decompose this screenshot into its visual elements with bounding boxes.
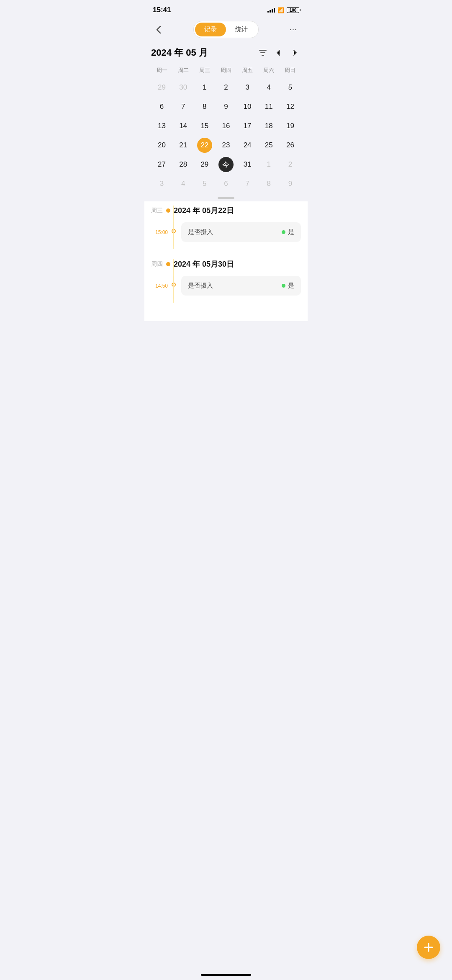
cal-day[interactable]: 9 [215,98,236,116]
cal-day[interactable]: 19 [280,117,301,135]
cal-day[interactable]: 1 [194,78,215,97]
status-dot-green [282,230,285,234]
status-dot-green [282,284,285,288]
cal-day[interactable]: 26 [280,136,301,154]
cal-day[interactable]: 7 [237,175,258,193]
calendar-section: 2024 年 05 月 周一 周二 周三 周四 周五 周六 周日 29 30 1… [144,43,308,201]
timeline-section: 周三 2024 年 05月22日 15:00 是否摄入 是 [144,201,308,321]
dow-sun: 周日 [280,65,301,76]
cal-day[interactable]: 29 [194,155,215,174]
cal-day[interactable]: 12 [280,98,301,116]
cal-day[interactable]: 30 [172,78,194,97]
timeline-day-may30: 周四 2024 年 05月30日 14:50 是否摄入 是 [144,259,308,303]
record-circle [172,283,176,287]
dow-label-may22: 周三 [151,207,164,214]
cal-day[interactable]: 2 [280,155,301,174]
cal-day-today[interactable]: 今 [215,155,236,174]
timeline-day-may22: 周三 2024 年 05月22日 15:00 是否摄入 是 [144,206,308,249]
dow-fri: 周五 [237,65,258,76]
cal-day[interactable]: 5 [194,175,215,193]
record-value-text: 是 [288,228,294,236]
cal-day[interactable]: 21 [172,136,194,154]
record-line-may30 [170,276,178,299]
wifi-icon: 📶 [277,7,284,13]
cal-day[interactable]: 27 [151,155,172,174]
cal-day[interactable]: 6 [151,98,172,116]
cal-day[interactable]: 10 [237,98,258,116]
day-dot-may22 [166,208,170,213]
drag-handle[interactable] [151,193,301,201]
dow-mon: 周一 [151,65,172,76]
cal-day[interactable]: 8 [258,175,280,193]
cal-day[interactable]: 11 [258,98,280,116]
cal-day[interactable]: 8 [194,98,215,116]
cal-day-selected-22[interactable]: 22 [194,136,215,154]
cal-day[interactable]: 7 [172,98,194,116]
cal-day[interactable]: 4 [258,78,280,97]
status-bar: 15:41 📶 100 [144,0,308,18]
record-circle [172,229,176,233]
cal-day[interactable]: 3 [151,175,172,193]
dow-sat: 周六 [258,65,280,76]
record-value-text: 是 [288,282,294,290]
cal-day[interactable]: 2 [215,78,236,97]
days-of-week: 周一 周二 周三 周四 周五 周六 周日 [151,65,301,76]
cal-day[interactable]: 15 [194,117,215,135]
day-date-may22: 2024 年 05月22日 [174,206,234,216]
cal-day[interactable]: 29 [151,78,172,97]
calendar-header: 2024 年 05 月 [151,46,301,59]
tab-switcher: 记录 统计 [193,21,259,38]
cal-day[interactable]: 25 [258,136,280,154]
record-card-may30-0[interactable]: 是否摄入 是 [181,276,301,296]
cal-day[interactable]: 3 [237,78,258,97]
record-value: 是 [282,228,294,236]
cal-day[interactable]: 23 [215,136,236,154]
cal-day[interactable]: 13 [151,117,172,135]
cal-day[interactable]: 20 [151,136,172,154]
calendar-month-title: 2024 年 05 月 [151,46,208,59]
tab-record[interactable]: 记录 [195,23,226,36]
cal-day[interactable]: 24 [237,136,258,154]
cal-day[interactable]: 28 [172,155,194,174]
cal-day[interactable]: 9 [280,175,301,193]
prev-month-button[interactable] [272,47,284,59]
status-icons: 📶 100 [267,7,299,13]
signal-icon [267,8,275,13]
record-card-may22-0[interactable]: 是否摄入 是 [181,222,301,242]
next-month-button[interactable] [289,47,301,59]
cal-day[interactable]: 31 [237,155,258,174]
cal-day[interactable]: 16 [215,117,236,135]
record-line-may22 [170,222,178,246]
dow-wed: 周三 [194,65,215,76]
cal-day[interactable]: 17 [237,117,258,135]
record-label: 是否摄入 [188,282,213,290]
cal-day[interactable]: 6 [215,175,236,193]
cal-day[interactable]: 18 [258,117,280,135]
more-button[interactable]: ··· [286,22,301,37]
back-button[interactable] [151,22,166,37]
battery-icon: 100 [287,7,299,13]
cal-day[interactable]: 4 [172,175,194,193]
dow-thu: 周四 [215,65,236,76]
record-time-may22: 15:00 [151,222,170,236]
dow-tue: 周二 [172,65,194,76]
status-time: 15:41 [153,6,171,14]
top-nav: 记录 统计 ··· [144,18,308,43]
filter-icon[interactable] [258,48,267,57]
calendar-grid: 29 30 1 2 3 4 5 6 7 8 9 10 11 12 13 14 1… [151,78,301,193]
record-label: 是否摄入 [188,228,213,236]
tab-stats[interactable]: 统计 [226,23,257,36]
record-value: 是 [282,282,294,290]
dow-label-may30: 周四 [151,260,164,268]
calendar-controls [258,47,301,59]
cal-day[interactable]: 1 [258,155,280,174]
day-dot-may30 [166,262,170,266]
cal-day[interactable]: 14 [172,117,194,135]
day-date-may30: 2024 年 05月30日 [174,259,234,269]
record-time-may30: 14:50 [151,276,170,289]
cal-day[interactable]: 5 [280,78,301,97]
